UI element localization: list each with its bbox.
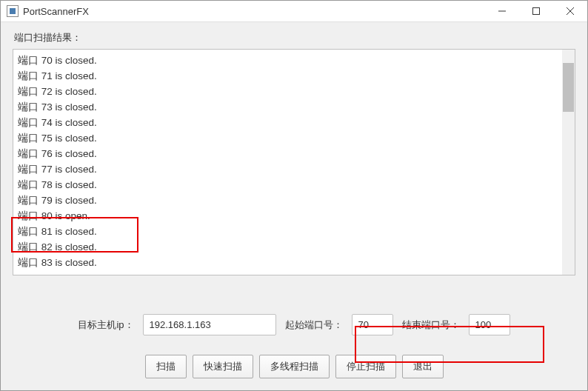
maximize-button[interactable] (519, 1, 553, 21)
fast-scan-button[interactable]: 快速扫描 (193, 355, 253, 378)
scrollbar-thumb[interactable] (563, 63, 574, 112)
form-row: 目标主机ip： 起始端口号： 结束端口号： (13, 314, 575, 335)
results-content: 端口 70 is closed. 端口 71 is closed. 端口 72 … (18, 53, 562, 272)
results-textarea[interactable]: 端口 70 is closed. 端口 71 is closed. 端口 72 … (13, 49, 575, 275)
minimize-button[interactable] (485, 1, 519, 21)
titlebar: PortScannerFX (1, 1, 587, 22)
host-label: 目标主机ip： (78, 318, 133, 332)
multithread-scan-button[interactable]: 多线程扫描 (259, 355, 330, 378)
app-window: PortScannerFX 端口扫描结果： 端口 70 is closed. 端… (0, 0, 588, 391)
svg-rect-0 (533, 8, 540, 15)
end-port-input[interactable] (469, 314, 510, 335)
end-port-label: 结束端口号： (402, 318, 460, 332)
button-row: 扫描 快速扫描 多线程扫描 停止扫描 退出 (13, 355, 575, 378)
exit-button[interactable]: 退出 (402, 355, 444, 378)
window-title: PortScannerFX (23, 6, 89, 17)
content-area: 端口扫描结果： 端口 70 is closed. 端口 71 is closed… (1, 22, 587, 390)
host-input[interactable] (143, 314, 276, 335)
maximize-icon (532, 7, 540, 15)
results-label: 端口扫描结果： (14, 31, 575, 44)
start-port-input[interactable] (352, 314, 393, 335)
scrollbar[interactable] (562, 50, 575, 275)
start-port-label: 起始端口号： (285, 318, 343, 332)
close-button[interactable] (553, 1, 587, 21)
close-icon (567, 7, 574, 15)
app-icon (7, 5, 19, 17)
stop-scan-button[interactable]: 停止扫描 (335, 355, 396, 378)
scan-button[interactable]: 扫描 (145, 355, 187, 378)
window-controls (485, 1, 587, 21)
minimize-icon (498, 7, 506, 15)
